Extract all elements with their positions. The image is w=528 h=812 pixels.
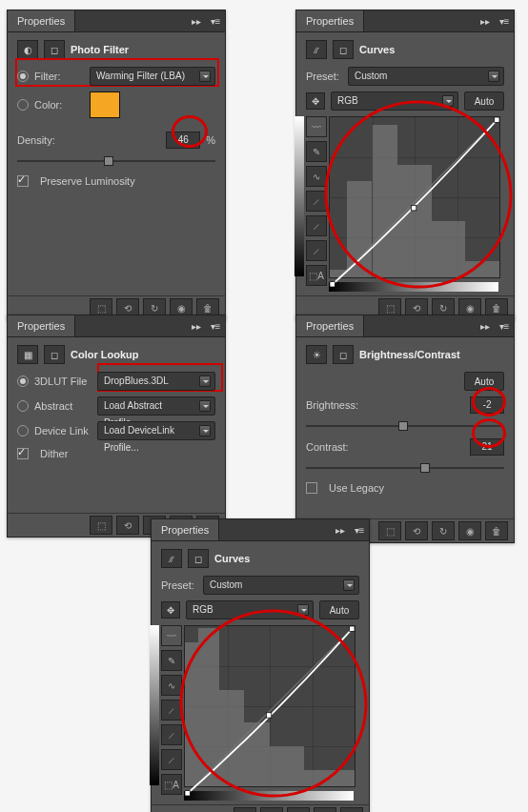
tab-properties[interactable]: Properties — [152, 519, 219, 540]
panel-menu-icon[interactable]: ▾≡ — [495, 11, 514, 30]
tool-smooth-icon[interactable]: ∿ — [161, 675, 182, 696]
collapse-icon[interactable]: ▸▸ — [187, 11, 206, 30]
label-legacy: Use Legacy — [329, 482, 384, 494]
panel-menu-icon[interactable]: ▾≡ — [206, 316, 225, 335]
panel-title: Curves — [359, 44, 395, 55]
radio-color[interactable] — [17, 99, 29, 111]
lookup-icon: ▦ — [17, 345, 38, 364]
clip-icon[interactable]: ⬚ — [378, 521, 401, 540]
tabbar: Properties ▸▸ ▾≡ — [8, 10, 225, 32]
radio-abstract[interactable] — [17, 400, 29, 412]
slider-contrast[interactable] — [306, 461, 504, 475]
label-contrast: Contrast: — [306, 441, 349, 453]
svg-line-0 — [330, 117, 499, 287]
tabbar: Properties ▸▸ ▾≡ — [8, 315, 225, 337]
tool-edit-points-icon[interactable]: ⬚A — [306, 265, 327, 286]
panel-menu-icon[interactable]: ▾≡ — [350, 520, 369, 539]
button-auto[interactable]: Auto — [464, 372, 504, 391]
checkbox-dither[interactable] — [17, 448, 29, 459]
dropdown-preset[interactable]: Custom — [203, 576, 359, 595]
collapse-icon[interactable]: ▸▸ — [476, 11, 495, 30]
dropdown-filter[interactable]: Warming Filter (LBA) — [90, 67, 215, 86]
button-auto[interactable]: Auto — [464, 91, 504, 111]
radio-3dlut[interactable] — [17, 376, 29, 387]
dropdown-devicelink[interactable]: Load DeviceLink Profile... — [97, 421, 215, 440]
previous-state-icon[interactable]: ⟲ — [405, 521, 428, 540]
mask-icon: ◻ — [188, 549, 209, 568]
curves-grid[interactable] — [329, 116, 500, 278]
visibility-icon[interactable]: ◉ — [458, 521, 481, 540]
tool-eyedropper-gray-icon[interactable]: ⟋ — [161, 724, 182, 745]
visibility-icon[interactable]: ◉ — [314, 807, 336, 812]
dropdown-3dlut[interactable]: DropBlues.3DL — [97, 372, 215, 391]
panel-menu-icon[interactable]: ▾≡ — [495, 316, 514, 335]
input-brightness[interactable]: -2 — [470, 396, 504, 414]
tab-properties[interactable]: Properties — [296, 10, 364, 31]
collapse-icon[interactable]: ▸▸ — [476, 316, 495, 335]
adjustment-icon: ◐ — [17, 40, 38, 59]
tool-eyedropper-gray-icon[interactable]: ⟋ — [306, 215, 327, 236]
trash-icon[interactable]: 🗑 — [485, 521, 508, 540]
panel-menu-icon[interactable]: ▾≡ — [206, 11, 225, 30]
tool-target-icon[interactable]: ✥ — [161, 601, 180, 619]
tool-pencil-icon[interactable]: ✎ — [306, 141, 327, 162]
tool-curve-icon[interactable]: 〰 — [161, 625, 182, 646]
slider-brightness[interactable] — [306, 419, 504, 433]
tool-eyedropper-black-icon[interactable]: ⟋ — [161, 700, 182, 721]
tool-eyedropper-black-icon[interactable]: ⟋ — [306, 191, 327, 212]
mask-icon: ◻ — [44, 40, 65, 59]
tool-edit-points-icon[interactable]: ⬚A — [161, 774, 182, 795]
brightness-icon: ☀ — [306, 345, 327, 364]
tab-properties[interactable]: Properties — [8, 10, 75, 31]
previous-state-icon[interactable]: ⟲ — [260, 807, 283, 812]
label-dither: Dither — [40, 448, 68, 459]
tab-properties[interactable]: Properties — [8, 315, 75, 336]
dropdown-abstract[interactable]: Load Abstract Profile... — [97, 396, 215, 416]
label-preserve: Preserve Luminosity — [40, 175, 135, 187]
checkbox-use-legacy[interactable] — [306, 482, 317, 494]
mask-icon: ◻ — [333, 345, 354, 364]
tool-smooth-icon[interactable]: ∿ — [306, 166, 327, 187]
tool-target-icon[interactable]: ✥ — [306, 92, 325, 110]
radio-filter[interactable] — [17, 71, 29, 82]
reset-icon[interactable]: ↻ — [287, 807, 310, 812]
panel-title: Photo Filter — [71, 44, 129, 55]
panel-footer: ⬚ ⟲ ↻ ◉ 🗑 — [152, 804, 369, 812]
clip-icon[interactable]: ⬚ — [234, 807, 256, 812]
dropdown-channel[interactable]: RGB — [186, 600, 314, 619]
collapse-icon[interactable]: ▸▸ — [187, 316, 206, 335]
tool-eyedropper-white-icon[interactable]: ⟋ — [161, 749, 182, 770]
dropdown-preset[interactable]: Custom — [348, 67, 504, 86]
panel-photo-filter: Properties ▸▸ ▾≡ ◐ ◻ Photo Filter Filter… — [7, 10, 226, 320]
label-density: Density: — [17, 134, 67, 146]
collapse-icon[interactable]: ▸▸ — [331, 520, 350, 539]
output-gradient — [150, 625, 159, 785]
tab-properties[interactable]: Properties — [296, 315, 364, 336]
curves-icon: ⫽ — [161, 549, 182, 568]
checkbox-preserve-luminosity[interactable] — [17, 175, 29, 187]
reset-icon[interactable]: ↻ — [432, 521, 455, 540]
curves-grid[interactable] — [184, 625, 355, 787]
clip-icon[interactable]: ⬚ — [90, 516, 112, 535]
slider-density[interactable] — [17, 154, 215, 168]
previous-state-icon[interactable]: ⟲ — [116, 516, 139, 535]
color-swatch[interactable] — [90, 91, 120, 118]
tool-pencil-icon[interactable]: ✎ — [161, 650, 182, 671]
svg-rect-1 — [411, 206, 416, 211]
label-devicelink: Device Link — [34, 425, 91, 436]
dropdown-channel[interactable]: RGB — [331, 91, 458, 111]
tool-eyedropper-white-icon[interactable]: ⟋ — [306, 240, 327, 261]
mask-icon: ◻ — [44, 345, 65, 364]
input-contrast[interactable]: 21 — [470, 438, 504, 456]
radio-devicelink[interactable] — [17, 425, 29, 436]
panel-curves-1: Properties ▸▸ ▾≡ ⫽ ◻ Curves Preset: Cust… — [295, 10, 515, 320]
svg-rect-3 — [330, 282, 335, 287]
input-density[interactable]: 46 — [166, 132, 200, 149]
curve-line — [185, 626, 355, 796]
trash-icon[interactable]: 🗑 — [340, 807, 363, 812]
button-auto[interactable]: Auto — [319, 600, 359, 619]
svg-rect-5 — [266, 713, 271, 718]
panel-brightness-contrast: Properties ▸▸ ▾≡ ☀ ◻ Brightness/Contrast… — [295, 315, 515, 543]
tool-curve-icon[interactable]: 〰 — [306, 116, 327, 137]
panel-title: Curves — [214, 553, 250, 564]
